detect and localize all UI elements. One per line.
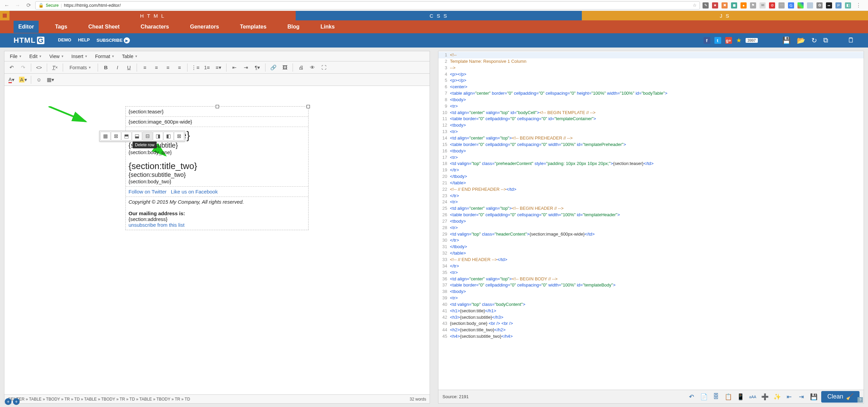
table-props-icon[interactable]: ▦: [100, 132, 111, 141]
link-icon[interactable]: 🔗: [268, 63, 278, 72]
back-button[interactable]: ←: [3, 1, 11, 10]
ext-icon[interactable]: ⊘: [769, 2, 775, 8]
code-line[interactable]: 19</tr>: [438, 167, 864, 173]
ext-icon[interactable]: G: [788, 2, 794, 8]
code-line[interactable]: 44<h2>{section:title_two}</h2>: [438, 327, 864, 333]
code-line[interactable]: 3-->: [438, 65, 864, 71]
menu-file[interactable]: File▼: [6, 52, 25, 60]
number-list-icon[interactable]: 1≡: [202, 63, 212, 72]
sourcecode-icon[interactable]: <>: [34, 63, 44, 72]
code-line[interactable]: 39<tr>: [438, 295, 864, 301]
menu-format[interactable]: Format▼: [92, 52, 118, 60]
reload-button[interactable]: ⟳: [24, 1, 33, 10]
code-line[interactable]: 5<p></p>: [438, 77, 864, 84]
code-line[interactable]: 38<tbody>: [438, 289, 864, 295]
nav-blog[interactable]: Blog: [283, 21, 304, 33]
ext-icon[interactable]: ✿: [816, 2, 823, 8]
col-delete-icon[interactable]: ⊠: [174, 132, 184, 141]
formats-dropdown[interactable]: Formats▼: [66, 63, 95, 72]
ext-icon[interactable]: ⚑: [750, 2, 756, 8]
ext-icon[interactable]: ▪▪: [826, 2, 832, 8]
ext-icon[interactable]: P: [835, 2, 842, 8]
code-line[interactable]: 36<td align="center" valign="top"><!-- B…: [438, 276, 864, 282]
clearformat-icon[interactable]: T×: [50, 63, 60, 72]
code-line[interactable]: 28<tr>: [438, 225, 864, 231]
refresh-icon[interactable]: ↻: [811, 36, 817, 44]
ext-icon[interactable]: ★: [712, 2, 718, 8]
nav-editor[interactable]: Editor: [14, 21, 39, 33]
code-line[interactable]: 29<td valign="top" class="headerContent"…: [438, 231, 864, 238]
code-line[interactable]: 34</tr>: [438, 263, 864, 270]
code-line[interactable]: 41<h1>{section:title}</h1>: [438, 308, 864, 314]
code-line[interactable]: 20</tbody>: [438, 173, 864, 180]
ext-icon[interactable]: [797, 2, 804, 8]
bold-icon[interactable]: B: [101, 63, 111, 72]
code-line[interactable]: 31</tbody>: [438, 244, 864, 250]
code-line[interactable]: 10<td align="center" valign="top" id="bo…: [438, 110, 864, 116]
ext-icon[interactable]: ◼: [731, 2, 737, 8]
undo-icon[interactable]: ↶: [687, 392, 696, 402]
textsize-icon[interactable]: aAA: [748, 392, 757, 402]
align-center-icon[interactable]: ≡: [151, 63, 161, 72]
code-line[interactable]: 33<!-- // END HEADER --></td>: [438, 257, 864, 263]
code-line[interactable]: 15<table border="0" cellpadding="0" cell…: [438, 142, 864, 148]
star-icon[interactable]: ☆: [693, 3, 697, 8]
menu-view[interactable]: View▼: [46, 52, 67, 60]
facebook-icon[interactable]: f: [704, 37, 710, 44]
row-after-icon[interactable]: ⬓: [132, 132, 142, 141]
table-delete-icon[interactable]: ⊠: [111, 132, 121, 141]
undo-icon[interactable]: ↶: [6, 63, 17, 72]
newdoc-icon[interactable]: 📄: [699, 392, 709, 402]
list-dropdown-icon[interactable]: ≡▾: [213, 63, 223, 72]
align-left-icon[interactable]: ≡: [140, 63, 150, 72]
code-line[interactable]: 40<td valign="top" class="bodyContent">: [438, 301, 864, 308]
ext-icon[interactable]: ●: [741, 2, 747, 8]
code-line[interactable]: 21</table>: [438, 180, 864, 186]
editor-canvas[interactable]: ▦ ⊠ ⬒ ⬓ ⊟ ◨ ◧ ⊠ Delete row {section:teas…: [4, 86, 430, 394]
code-line[interactable]: 42<h3>{section:subtitle}</h3>: [438, 314, 864, 321]
save-icon[interactable]: 💾: [782, 36, 791, 44]
row-before-icon[interactable]: ⬒: [121, 132, 132, 141]
device-icon[interactable]: 📱: [736, 392, 745, 402]
indent-icon[interactable]: ⇥: [241, 63, 251, 72]
col-after-icon[interactable]: ◧: [163, 132, 174, 141]
paragraph-icon[interactable]: ¶▾: [252, 63, 262, 72]
underline-icon[interactable]: U: [124, 63, 134, 72]
code-line[interactable]: 16<tbody>: [438, 148, 864, 154]
bgcolor-icon[interactable]: A▾: [18, 75, 28, 85]
tpl-social-row[interactable]: Follow on Twitter Like us on Facebook: [126, 187, 308, 197]
row-delete-icon[interactable]: ⊟: [142, 132, 153, 141]
dropbox-icon[interactable]: ⧉: [823, 36, 828, 44]
tab-html[interactable]: H T M L: [9, 11, 296, 20]
code-line[interactable]: 35<tr>: [438, 270, 864, 276]
code-line[interactable]: 22<!-- // END PREHEADER --></td>: [438, 186, 864, 193]
help-icon[interactable]: ?: [857, 397, 863, 403]
menu-edit[interactable]: Edit▼: [26, 52, 45, 60]
code-line[interactable]: 17<tr>: [438, 154, 864, 161]
ext-icon[interactable]: [807, 2, 813, 8]
code-line[interactable]: 18<td valign="top" class="preheaderConte…: [438, 161, 864, 167]
nav-templates[interactable]: Templates: [235, 21, 271, 33]
star-icon[interactable]: ★: [736, 37, 742, 44]
code-line[interactable]: 24<tr>: [438, 199, 864, 205]
code-line[interactable]: 6<center>: [438, 84, 864, 90]
link-demo[interactable]: DEMO: [58, 37, 71, 43]
table-icon[interactable]: ▦▾: [45, 75, 56, 85]
outdent-icon[interactable]: ⇥: [797, 392, 806, 402]
code-line[interactable]: 23</tr>: [438, 193, 864, 199]
ext-icon[interactable]: ◧: [845, 2, 851, 8]
nav-links[interactable]: Links: [316, 21, 339, 33]
code-line[interactable]: 11<table border="0" cellpadding="0" cell…: [438, 116, 864, 122]
tpl-footer-row[interactable]: Copyright © 2015 My Company, All rights …: [126, 197, 308, 230]
nav-generators[interactable]: Generators: [185, 21, 223, 33]
nav-cheatsheet[interactable]: Cheat Sheet: [83, 21, 124, 33]
ext-icon[interactable]: ⋯: [778, 2, 785, 8]
nav-tags[interactable]: Tags: [50, 21, 72, 33]
twitter-icon[interactable]: t: [714, 37, 721, 44]
copy-icon[interactable]: 📋: [724, 392, 733, 402]
code-line[interactable]: 30</tr>: [438, 237, 864, 244]
code-line[interactable]: 12<tbody>: [438, 122, 864, 129]
tpl-image-row[interactable]: {section:image_600px-wide}: [126, 117, 308, 127]
notes-icon[interactable]: 🗒: [848, 36, 854, 44]
template-table[interactable]: {section:teaser} {section:image_600px-wi…: [125, 106, 309, 230]
